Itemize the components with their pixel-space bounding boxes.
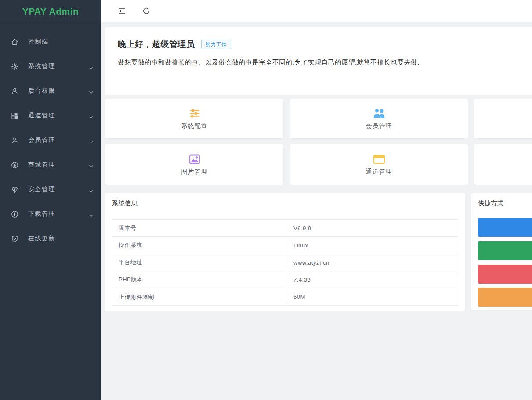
row-label: 平台地址: [112, 254, 287, 271]
content: 晚上好，超级管理员 努力工作 做想要做的事和做擅长的事、以及做会做的事是完全不同…: [101, 22, 532, 311]
card-label: 通道管理: [366, 168, 392, 176]
sliders-icon: [189, 107, 200, 120]
user-icon: [11, 87, 18, 95]
card-label: 图片管理: [181, 168, 208, 176]
status-badge: 努力工作: [201, 40, 231, 49]
app-logo: YPAY Admin: [22, 6, 79, 17]
sidebar-item-label: 后台权限: [28, 87, 55, 95]
collapse-menu-icon[interactable]: [118, 7, 127, 15]
gem-icon: [11, 186, 18, 193]
greeting-panel: 晚上好，超级管理员 努力工作 做想要做的事和做擅长的事、以及做会做的事是完全不同…: [105, 27, 532, 95]
sidebar-item-admin-permissions[interactable]: 后台权限: [0, 79, 101, 103]
table-row: 平台地址 www.atyzf.cn: [112, 254, 458, 271]
main-area: 晚上好，超级管理员 努力工作 做想要做的事和做擅长的事、以及做会做的事是完全不同…: [101, 0, 532, 311]
sidebar-item-download-management[interactable]: 下载管理: [0, 202, 101, 226]
sidebar-item-dashboard[interactable]: 控制端: [0, 29, 101, 54]
card-picture-management[interactable]: 图片管理: [105, 144, 283, 185]
chevron-down-icon: [89, 163, 94, 167]
chevron-down-icon: [89, 187, 94, 192]
table-row: 上传附件限制 50M: [112, 288, 458, 305]
row-value: V6.9.9: [287, 220, 458, 236]
sidebar-item-channel-management[interactable]: 通道管理: [0, 103, 101, 128]
topbar: [101, 0, 532, 22]
window-icon: [373, 153, 385, 165]
shortcut-list: [471, 214, 532, 307]
chevron-down-icon: [89, 113, 94, 118]
card-member-management[interactable]: 会员管理: [290, 99, 468, 138]
greeting-title: 晚上好，超级管理员: [118, 39, 195, 50]
chevron-down-icon: [89, 138, 94, 143]
shortcut-red[interactable]: [478, 265, 532, 284]
refresh-icon[interactable]: [142, 7, 151, 15]
sidebar-item-label: 商城管理: [28, 161, 55, 169]
shortcut-orange[interactable]: [478, 288, 532, 307]
sidebar-item-online-update[interactable]: 在线更新: [0, 226, 101, 251]
shortcuts-panel: 快捷方式: [471, 193, 532, 310]
card-label: 会员管理: [366, 122, 392, 130]
card-label: 系统配置: [181, 122, 208, 130]
chevron-down-icon: [89, 89, 94, 94]
card-system-config[interactable]: 系统配置: [105, 99, 283, 138]
sidebar-item-label: 控制端: [28, 38, 49, 46]
shortcuts-title: 快捷方式: [471, 193, 532, 214]
row-label: 操作系统: [112, 237, 287, 254]
sidebar-item-label: 系统管理: [28, 62, 55, 70]
sidebar-header: YPAY Admin: [0, 0, 101, 23]
download-circle-icon: [11, 211, 18, 218]
row-label: 版本号: [112, 220, 287, 236]
user-icon: [11, 137, 18, 144]
row-value: 7.4.33: [287, 271, 458, 288]
gear-icon: [11, 63, 18, 70]
yen-circle-icon: [11, 161, 18, 169]
row-value: Linux: [287, 237, 458, 254]
users-icon: [373, 107, 386, 120]
table-row: 操作系统 Linux: [112, 237, 458, 254]
quick-cards: 系统配置 会员管理: [105, 99, 532, 185]
grid-icon: [11, 112, 18, 120]
sidebar-item-system-management[interactable]: 系统管理: [0, 54, 101, 79]
sidebar-item-label: 通道管理: [28, 112, 55, 120]
sidebar: YPAY Admin 控制端 系统管理 后台权限: [0, 0, 101, 400]
shield-check-icon: [11, 235, 18, 243]
sidebar-menu: 控制端 系统管理 后台权限 通道管理: [0, 23, 101, 251]
sidebar-item-mall-management[interactable]: 商城管理: [0, 153, 101, 177]
daily-quote: 做想要做的事和做擅长的事、以及做会做的事是完全不同的,为了实现自己的愿望,就算不…: [118, 58, 532, 67]
row-label: PHP版本: [112, 271, 287, 288]
row-value: www.atyzf.cn: [287, 254, 458, 271]
picture-icon: [189, 153, 200, 165]
system-info-table: 版本号 V6.9.9 操作系统 Linux 平台地址 www.atyzf.cn …: [112, 219, 458, 306]
table-row: 版本号 V6.9.9: [112, 220, 458, 237]
sidebar-item-label: 在线更新: [28, 235, 55, 243]
chevron-down-icon: [89, 64, 94, 69]
table-row: PHP版本 7.4.33: [112, 271, 458, 288]
row-value: 50M: [287, 288, 458, 305]
bottom-row: 系统信息 版本号 V6.9.9 操作系统 Linux 平台地址 www.atyz…: [105, 193, 532, 311]
system-info-panel: 系统信息 版本号 V6.9.9 操作系统 Linux 平台地址 www.atyz…: [105, 193, 465, 311]
sidebar-item-label: 会员管理: [28, 136, 55, 144]
sidebar-item-security-management[interactable]: 安全管理: [0, 177, 101, 202]
home-icon: [11, 38, 18, 46]
row-label: 上传附件限制: [112, 288, 287, 305]
card-channel-management[interactable]: 通道管理: [290, 144, 468, 185]
card-cutoff-row2[interactable]: [474, 144, 532, 185]
shortcut-blue[interactable]: [478, 218, 532, 237]
shortcut-green[interactable]: [478, 241, 532, 260]
sidebar-item-label: 安全管理: [28, 185, 55, 193]
card-cutoff-row1[interactable]: [474, 99, 532, 138]
sidebar-item-label: 下载管理: [28, 210, 55, 218]
chevron-down-icon: [89, 212, 94, 217]
system-info-title: 系统信息: [105, 193, 465, 214]
sidebar-item-member-management[interactable]: 会员管理: [0, 128, 101, 153]
